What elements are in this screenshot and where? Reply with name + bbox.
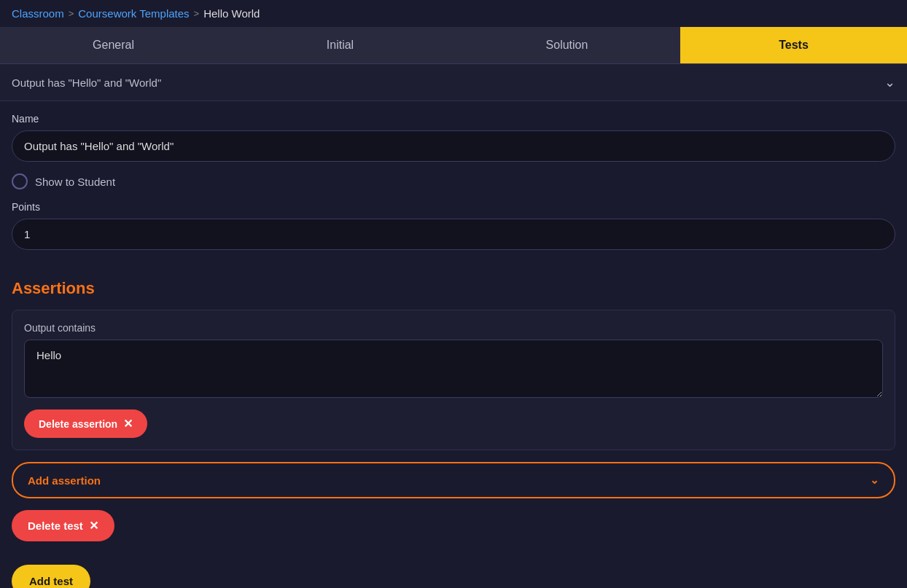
output-contains-label: Output contains bbox=[24, 322, 883, 334]
breadcrumb-current-page: Hello World bbox=[203, 7, 260, 20]
tab-general[interactable]: General bbox=[0, 27, 227, 63]
breadcrumb-separator-1: > bbox=[69, 8, 74, 19]
assertion-textarea[interactable]: Hello bbox=[24, 340, 883, 398]
breadcrumb-separator-2: > bbox=[194, 8, 200, 19]
delete-test-label: Delete test bbox=[28, 520, 83, 532]
tabs-container: General Initial Solution Tests bbox=[0, 27, 907, 64]
delete-assertion-label: Delete assertion bbox=[39, 418, 117, 430]
test-header-text: Output has "Hello" and "World" bbox=[12, 77, 161, 89]
breadcrumb: Classroom > Coursework Templates > Hello… bbox=[0, 0, 907, 27]
tab-initial[interactable]: Initial bbox=[227, 27, 454, 63]
assertion-card: Output contains Hello Delete assertion ✕ bbox=[12, 310, 895, 450]
show-to-student-toggle[interactable] bbox=[12, 173, 28, 189]
name-label: Name bbox=[12, 113, 895, 125]
add-assertion-label: Add assertion bbox=[28, 474, 101, 487]
chevron-down-icon: ⌄ bbox=[884, 74, 895, 90]
show-to-student-row: Show to Student bbox=[12, 173, 895, 189]
delete-test-icon: ✕ bbox=[89, 519, 98, 533]
add-assertion-button[interactable]: Add assertion ⌄ bbox=[12, 462, 895, 498]
tab-solution[interactable]: Solution bbox=[454, 27, 680, 63]
points-label: Points bbox=[12, 201, 895, 213]
name-input[interactable] bbox=[12, 130, 895, 162]
points-input[interactable] bbox=[12, 219, 895, 250]
main-content: Output has "Hello" and "World" ⌄ Name Sh… bbox=[0, 64, 907, 588]
form-section: Name Show to Student Points bbox=[0, 101, 907, 273]
breadcrumb-classroom-link[interactable]: Classroom bbox=[12, 7, 64, 20]
add-test-button[interactable]: Add test bbox=[12, 565, 90, 588]
assertions-title: Assertions bbox=[12, 279, 895, 298]
delete-test-button[interactable]: Delete test ✕ bbox=[12, 510, 114, 541]
delete-assertion-icon: ✕ bbox=[123, 417, 133, 431]
add-test-label: Add test bbox=[29, 575, 73, 587]
breadcrumb-coursework-link[interactable]: Coursework Templates bbox=[78, 7, 189, 20]
assertions-section: Assertions Output contains Hello Delete … bbox=[0, 273, 907, 588]
tab-tests[interactable]: Tests bbox=[680, 27, 907, 63]
delete-assertion-button[interactable]: Delete assertion ✕ bbox=[24, 409, 147, 438]
add-assertion-chevron-icon: ⌄ bbox=[870, 474, 879, 487]
show-to-student-label: Show to Student bbox=[35, 176, 115, 188]
test-header[interactable]: Output has "Hello" and "World" ⌄ bbox=[0, 64, 907, 101]
